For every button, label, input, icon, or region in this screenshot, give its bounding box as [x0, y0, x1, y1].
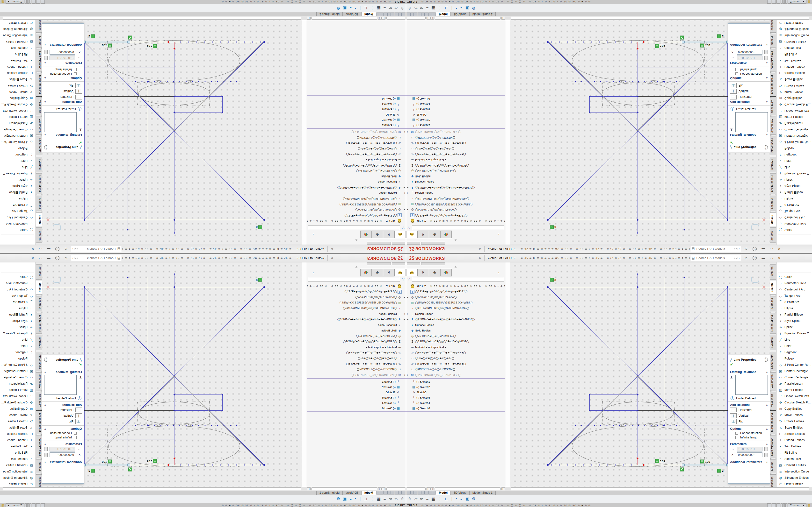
selected-line-handle-left[interactable] — [128, 41, 130, 43]
quick-access-toolbar[interactable]: ◎ Ǝ€ ◎ Ш ◎ ◎ ◎ ♣ ◎ ƆC ◎ Ǝ€ ◎ · ◎ ƎS ◎ ± … — [122, 248, 292, 250]
sketch-tool-item[interactable]: ❖ Circular Sketch Pattern — [776, 399, 812, 406]
toolbar-icon[interactable]: ◔ — [455, 497, 457, 501]
length-input[interactable]: 10.88152731 — [737, 56, 762, 60]
ok-button[interactable]: ✔ — [42, 139, 84, 145]
feature-tree-item[interactable]: ◯ИN◎°♣ƆC3ƎU3Ǝ2S°◯2S3ƎU3ƎƆC♣°◎NИ◯ — [406, 300, 505, 305]
sketch-tool-item[interactable]: ↘ Scale Entities — [0, 76, 36, 82]
spin-down-icon[interactable]: ▾ — [764, 50, 768, 52]
sketch-tree-item[interactable]: (-) Sketch4 — [406, 400, 505, 406]
sketch-tree-item[interactable]: Sketch3 — [307, 390, 406, 395]
tab-nav-button[interactable] — [384, 12, 387, 16]
pane-split-right-icon[interactable]: ▶ — [382, 488, 386, 490]
panel-tab[interactable] — [360, 231, 372, 238]
exit-sketch-icon[interactable] — [751, 277, 759, 283]
sketch-tool-item[interactable]: ▭ Corner Rectangle — [0, 374, 36, 381]
filter-icon[interactable]: ▽ — [402, 277, 405, 281]
tab-nav-button[interactable] — [391, 491, 394, 495]
commandmanager-tab[interactable]: Surfaces — [770, 196, 776, 211]
ok-button[interactable]: ✔ — [728, 139, 770, 145]
toolbar-icon[interactable]: ▦ — [377, 6, 380, 11]
commandmanager-tab[interactable]: Sketch — [770, 213, 776, 226]
feature-tree-item[interactable]: ◯♣☹ƏC°±◯✳◉[◯◎◯]◉✳◯±°CƏ☹♣◯ — [406, 361, 505, 367]
toolbar-icon[interactable]: ⋮ — [438, 6, 442, 11]
filter-icon[interactable]: ▽ — [402, 226, 405, 230]
exit-sketch-icon[interactable] — [751, 224, 759, 230]
spin-up-icon[interactable]: ▴ — [764, 453, 768, 455]
panel-tab[interactable] — [372, 269, 383, 276]
sketch-tool-item[interactable]: ◝ Sketch Fillet — [0, 45, 36, 51]
relations-listbox[interactable] — [44, 375, 77, 395]
sketch-tool-item[interactable]: ↻ Rotate Entities — [0, 82, 36, 89]
collapse-icon[interactable]: ∧ — [44, 101, 46, 104]
sketch-tool-item[interactable]: ▧ Convert Entities — [0, 39, 36, 45]
sketch-tool-item[interactable]: ▱ Parallelogram — [776, 120, 812, 126]
model-tab[interactable]: Motion Study 1 — [316, 491, 343, 495]
model-tab[interactable]: 3D Views — [451, 491, 469, 495]
feature-tree-item[interactable]: ◯2SИN◎°♣AU¤3Ǝ◯◎◯3Ǝ¤UA♣°◎NИS2◯ — [406, 163, 505, 168]
feature-tree-item[interactable]: ◯♣ИN◎±+◯✳◉[◯◎◯]◉✳◯+±◎NИ♣◯ — [406, 152, 505, 157]
panel-tab[interactable] — [406, 269, 418, 276]
sketch-tool-item[interactable]: ⊢ Stretch Entities — [776, 431, 812, 437]
feature-tree-item[interactable]: TЯPDL2. ◎ Ǝ€ ◎ Ш ◎ ◎ ◎ ♣ ◎ ƆC ◎ Ǝ€ ◎ · ◎… — [406, 218, 505, 224]
add-relation-button[interactable]: — Horizontal — [728, 407, 770, 413]
sketch-tool-item[interactable]: ∷ Linear Sketch Pattern — [776, 393, 812, 399]
collapse-icon[interactable]: ∧ — [44, 371, 46, 374]
scrollbar-track[interactable] — [435, 17, 501, 19]
sketch-tool-item[interactable]: ⌗ Polygon — [0, 355, 36, 362]
tab-nav-button[interactable] — [391, 12, 394, 16]
scroll-end-icon[interactable]: ▶ — [307, 488, 311, 490]
sketch-tool-item[interactable]: ≌ Intersection Curve — [0, 468, 36, 475]
angle-input[interactable]: 0.00000000° — [737, 50, 762, 55]
model-tab[interactable]: 3D Views — [343, 491, 361, 495]
scroll-end-icon[interactable]: ▶ — [501, 488, 505, 490]
sketch-tool-item[interactable]: ∿ Spline — [776, 324, 812, 330]
sketch-tool-item[interactable]: ↘ Scale Entities — [776, 425, 812, 431]
minimize-button[interactable]: — — [47, 247, 51, 251]
length-input[interactable]: 10.88152731 — [50, 447, 75, 451]
sketch-tree-item[interactable]: (-) Sketch6 — [307, 406, 406, 411]
units-dropdown[interactable]: Custom ▴ — [788, 0, 806, 4]
spin-down-icon[interactable]: ▾ — [764, 455, 768, 457]
feature-tree-item[interactable]: Material < not specified > — [307, 344, 406, 350]
expand-arrow-icon[interactable]: ▸ — [407, 209, 410, 211]
section-additional-parameters[interactable]: Additional Parameters ∨ — [728, 43, 770, 47]
sketch-tool-item[interactable]: ◖ Partial Ellipse — [0, 189, 36, 195]
cancel-sketch-icon[interactable]: ✕ — [46, 284, 50, 290]
sketch-tool-item[interactable]: ❖ Circular Sketch Pattern — [0, 101, 36, 108]
feature-tree-item[interactable]: ◯2S±◎2SИN3Ǝ2S◯◎◯S23ƎNИS2◎±S2◯ — [307, 196, 406, 202]
sketch-tool-item[interactable]: ≀ Style Spline — [776, 318, 812, 324]
toolbar-icon[interactable]: ✎ — [408, 6, 412, 11]
checkbox[interactable] — [74, 68, 77, 71]
help-icon[interactable]: ? — [55, 256, 59, 260]
relation-badge[interactable]: 109 — [102, 460, 112, 463]
tab-nav-button[interactable] — [414, 12, 417, 16]
feature-tree-item[interactable]: Surface Bodies — [307, 322, 406, 328]
sketch-tree-item[interactable]: (-) Sketch2 — [406, 117, 505, 123]
feature-tree-item[interactable]: Material < not specified > — [406, 157, 505, 163]
scrollbar-track[interactable] — [311, 488, 377, 490]
collapse-icon[interactable]: ∧ — [766, 428, 768, 430]
panel-tab[interactable] — [383, 269, 394, 276]
sketch-tool-item[interactable]: ⌗ Polygon — [776, 145, 812, 152]
cancel-sketch-icon[interactable]: ✕ — [46, 217, 50, 223]
collapse-icon[interactable]: ∧ — [766, 62, 768, 64]
section-existing-relations[interactable]: Existing Relations ∧ — [728, 133, 770, 137]
panel-tabs-more-icon[interactable]: › — [498, 233, 499, 237]
feature-tree-item[interactable]: Solid Bodies — [307, 174, 406, 179]
sketch-tool-item[interactable]: ⊏ Offset Entities — [776, 20, 812, 26]
tab-nav-button[interactable] — [421, 491, 424, 495]
section-additional-parameters[interactable]: Additional Parameters ∨ — [42, 460, 84, 464]
collapse-icon[interactable]: ∧ — [44, 62, 46, 64]
sketch-tool-item[interactable]: ▱ Parallelogram — [0, 381, 36, 387]
expand-icon[interactable]: ∨ — [44, 44, 46, 46]
panel-tab[interactable] — [383, 231, 394, 238]
option-row[interactable]: Infinite length — [728, 67, 770, 72]
search-box[interactable]: ▤ ▾ — [691, 246, 741, 252]
search-dropdown-icon[interactable]: ▾ — [738, 257, 740, 259]
panel-splitter[interactable] — [307, 128, 406, 129]
tab-nav-button[interactable] — [410, 491, 414, 495]
add-relation-button[interactable]: ⚓ Fix — [42, 82, 84, 89]
feature-tree-item[interactable]: ◯♣☹ƏC°±◯✳◉[◯◎◯]◉✳◯±°CƏ☹♣◯ — [307, 361, 406, 367]
angle-spinner[interactable]: ▴ ▾ — [44, 453, 48, 457]
toolbar-icon[interactable]: ◒ — [349, 497, 352, 501]
